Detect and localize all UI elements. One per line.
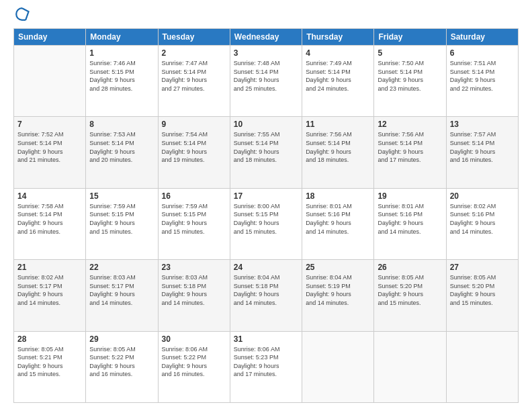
day-number: 9 (162, 120, 226, 129)
day-info: Sunrise: 8:01 AMSunset: 5:16 PMDaylight:… (378, 202, 442, 236)
day-number: 27 (450, 263, 515, 272)
day-info: Sunrise: 7:47 AMSunset: 5:14 PMDaylight:… (162, 59, 226, 93)
day-info: Sunrise: 7:52 AMSunset: 5:14 PMDaylight:… (17, 130, 82, 164)
day-info: Sunrise: 8:04 AMSunset: 5:18 PMDaylight:… (234, 273, 298, 307)
calendar-cell: 4Sunrise: 7:49 AMSunset: 5:14 PMDaylight… (302, 46, 374, 117)
calendar-cell: 31Sunrise: 8:06 AMSunset: 5:23 PMDayligh… (230, 331, 302, 402)
day-info: Sunrise: 7:55 AMSunset: 5:14 PMDaylight:… (234, 130, 298, 164)
day-number: 31 (234, 334, 298, 344)
day-number: 26 (378, 263, 442, 272)
calendar-cell: 6Sunrise: 7:51 AMSunset: 5:14 PMDaylight… (446, 46, 518, 117)
day-number: 28 (17, 334, 82, 344)
day-info: Sunrise: 8:03 AMSunset: 5:18 PMDaylight:… (162, 273, 226, 307)
day-info: Sunrise: 7:56 AMSunset: 5:14 PMDaylight:… (378, 130, 442, 164)
calendar-cell: 30Sunrise: 8:06 AMSunset: 5:22 PMDayligh… (158, 331, 230, 402)
day-number: 15 (89, 191, 154, 201)
day-info: Sunrise: 7:56 AMSunset: 5:14 PMDaylight:… (306, 130, 370, 164)
day-number: 6 (450, 48, 515, 58)
day-number: 20 (450, 191, 515, 201)
day-number: 21 (17, 263, 82, 272)
calendar-cell: 28Sunrise: 8:05 AMSunset: 5:21 PMDayligh… (14, 331, 86, 402)
calendar-cell: 29Sunrise: 8:05 AMSunset: 5:22 PMDayligh… (86, 331, 158, 402)
day-info: Sunrise: 8:01 AMSunset: 5:16 PMDaylight:… (306, 202, 370, 236)
day-info: Sunrise: 8:05 AMSunset: 5:22 PMDaylight:… (89, 345, 154, 379)
logo-icon (15, 7, 30, 21)
calendar-cell (14, 46, 86, 117)
day-number: 3 (234, 48, 298, 58)
day-number: 13 (450, 120, 515, 129)
weekday-header: Tuesday (158, 29, 230, 46)
calendar-cell: 13Sunrise: 7:57 AMSunset: 5:14 PMDayligh… (446, 117, 518, 188)
day-number: 25 (306, 263, 370, 272)
calendar-cell: 27Sunrise: 8:05 AMSunset: 5:20 PMDayligh… (446, 260, 518, 331)
weekday-header: Monday (86, 29, 158, 46)
calendar-cell: 24Sunrise: 8:04 AMSunset: 5:18 PMDayligh… (230, 260, 302, 331)
calendar-cell: 2Sunrise: 7:47 AMSunset: 5:14 PMDaylight… (158, 46, 230, 117)
weekday-header: Wednesday (230, 29, 302, 46)
calendar-cell: 3Sunrise: 7:48 AMSunset: 5:14 PMDaylight… (230, 46, 302, 117)
calendar-cell: 18Sunrise: 8:01 AMSunset: 5:16 PMDayligh… (302, 188, 374, 259)
day-number: 29 (89, 334, 154, 344)
calendar-cell: 10Sunrise: 7:55 AMSunset: 5:14 PMDayligh… (230, 117, 302, 188)
calendar-cell (302, 331, 374, 402)
day-info: Sunrise: 8:05 AMSunset: 5:21 PMDaylight:… (17, 345, 82, 379)
weekday-header: Sunday (14, 29, 86, 46)
day-info: Sunrise: 8:02 AMSunset: 5:17 PMDaylight:… (17, 273, 82, 307)
day-number: 5 (378, 48, 442, 58)
header (13, 12, 519, 21)
calendar-cell: 11Sunrise: 7:56 AMSunset: 5:14 PMDayligh… (302, 117, 374, 188)
calendar-cell: 14Sunrise: 7:58 AMSunset: 5:14 PMDayligh… (14, 188, 86, 259)
calendar-cell: 23Sunrise: 8:03 AMSunset: 5:18 PMDayligh… (158, 260, 230, 331)
day-info: Sunrise: 8:04 AMSunset: 5:19 PMDaylight:… (306, 273, 370, 307)
calendar-cell: 20Sunrise: 8:02 AMSunset: 5:16 PMDayligh… (446, 188, 518, 259)
calendar-cell: 26Sunrise: 8:05 AMSunset: 5:20 PMDayligh… (374, 260, 446, 331)
day-number: 16 (162, 191, 226, 201)
day-info: Sunrise: 7:51 AMSunset: 5:14 PMDaylight:… (450, 59, 515, 93)
day-info: Sunrise: 8:06 AMSunset: 5:22 PMDaylight:… (162, 345, 226, 379)
day-info: Sunrise: 7:54 AMSunset: 5:14 PMDaylight:… (162, 130, 226, 164)
logo-area (13, 12, 30, 21)
calendar-cell: 12Sunrise: 7:56 AMSunset: 5:14 PMDayligh… (374, 117, 446, 188)
day-info: Sunrise: 8:03 AMSunset: 5:17 PMDaylight:… (89, 273, 154, 307)
page: SundayMondayTuesdayWednesdayThursdayFrid… (0, 0, 532, 411)
calendar-cell (446, 331, 518, 402)
day-info: Sunrise: 8:00 AMSunset: 5:15 PMDaylight:… (234, 202, 298, 236)
calendar-cell: 8Sunrise: 7:53 AMSunset: 5:14 PMDaylight… (86, 117, 158, 188)
day-info: Sunrise: 8:05 AMSunset: 5:20 PMDaylight:… (450, 273, 515, 307)
calendar-cell: 21Sunrise: 8:02 AMSunset: 5:17 PMDayligh… (14, 260, 86, 331)
day-info: Sunrise: 7:59 AMSunset: 5:15 PMDaylight:… (89, 202, 154, 236)
day-number: 2 (162, 48, 226, 58)
day-number: 24 (234, 263, 298, 272)
calendar-cell: 25Sunrise: 8:04 AMSunset: 5:19 PMDayligh… (302, 260, 374, 331)
day-info: Sunrise: 8:06 AMSunset: 5:23 PMDaylight:… (234, 345, 298, 379)
calendar-cell: 1Sunrise: 7:46 AMSunset: 5:15 PMDaylight… (86, 46, 158, 117)
day-number: 22 (89, 263, 154, 272)
day-number: 11 (306, 120, 370, 129)
day-number: 8 (89, 120, 154, 129)
calendar-cell: 17Sunrise: 8:00 AMSunset: 5:15 PMDayligh… (230, 188, 302, 259)
calendar-cell: 19Sunrise: 8:01 AMSunset: 5:16 PMDayligh… (374, 188, 446, 259)
day-info: Sunrise: 7:46 AMSunset: 5:15 PMDaylight:… (89, 59, 154, 93)
day-number: 7 (17, 120, 82, 129)
day-number: 18 (306, 191, 370, 201)
calendar-cell: 5Sunrise: 7:50 AMSunset: 5:14 PMDaylight… (374, 46, 446, 117)
calendar-cell: 16Sunrise: 7:59 AMSunset: 5:15 PMDayligh… (158, 188, 230, 259)
day-number: 30 (162, 334, 226, 344)
weekday-header: Friday (374, 29, 446, 46)
calendar-cell: 22Sunrise: 8:03 AMSunset: 5:17 PMDayligh… (86, 260, 158, 331)
day-number: 14 (17, 191, 82, 201)
day-info: Sunrise: 7:48 AMSunset: 5:14 PMDaylight:… (234, 59, 298, 93)
day-info: Sunrise: 7:49 AMSunset: 5:14 PMDaylight:… (306, 59, 370, 93)
day-info: Sunrise: 7:53 AMSunset: 5:14 PMDaylight:… (89, 130, 154, 164)
day-number: 4 (306, 48, 370, 58)
day-number: 10 (234, 120, 298, 129)
weekday-header: Saturday (446, 29, 518, 46)
calendar-cell: 15Sunrise: 7:59 AMSunset: 5:15 PMDayligh… (86, 188, 158, 259)
day-number: 23 (162, 263, 226, 272)
day-info: Sunrise: 7:58 AMSunset: 5:14 PMDaylight:… (17, 202, 82, 236)
weekday-header: Thursday (302, 29, 374, 46)
day-number: 19 (378, 191, 442, 201)
day-info: Sunrise: 8:02 AMSunset: 5:16 PMDaylight:… (450, 202, 515, 236)
calendar-cell: 9Sunrise: 7:54 AMSunset: 5:14 PMDaylight… (158, 117, 230, 188)
calendar-cell (374, 331, 446, 402)
